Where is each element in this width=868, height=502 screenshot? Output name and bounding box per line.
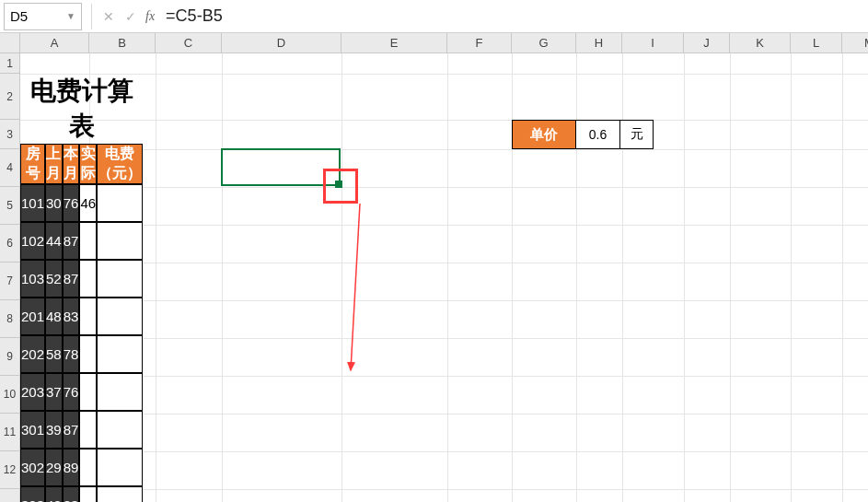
fx-icon[interactable]: fx (145, 9, 155, 24)
price-box: 单价 0.6 元 (512, 120, 654, 149)
formula-bar: D5 ▼ ✕ ✓ fx (0, 0, 868, 33)
name-box-value: D5 (10, 8, 28, 24)
col-header-A[interactable]: A (20, 33, 89, 53)
header-fee: 电费（元） (97, 144, 143, 184)
cell-room[interactable]: 201 (20, 298, 45, 335)
cell-prev[interactable]: 44 (45, 222, 63, 260)
price-label: 单价 (512, 120, 576, 149)
cell-curr[interactable]: 87 (63, 260, 80, 298)
cell-actual[interactable] (79, 449, 97, 486)
gridlines (20, 53, 868, 502)
table-title: 电费计算表 (20, 74, 143, 144)
col-header-M[interactable]: M (842, 33, 868, 53)
price-unit: 元 (620, 120, 654, 149)
row-header-2[interactable]: 2 (0, 74, 20, 120)
cell-fee[interactable] (97, 373, 143, 411)
col-header-F[interactable]: F (447, 33, 512, 53)
col-header-G[interactable]: G (512, 33, 576, 53)
cell-curr[interactable]: 76 (63, 184, 80, 222)
row-header-13[interactable]: 13 (0, 489, 20, 502)
cell-fee[interactable] (97, 411, 143, 449)
price-value: 0.6 (576, 120, 620, 149)
header-prev: 上月 (45, 144, 63, 184)
row-header-1[interactable]: 1 (0, 53, 20, 74)
cell-curr[interactable]: 83 (63, 298, 80, 335)
cell-fee[interactable] (97, 298, 143, 335)
row-header-10[interactable]: 10 (0, 376, 20, 414)
cell-prev[interactable]: 42 (45, 486, 63, 502)
cell-prev[interactable]: 52 (45, 260, 63, 298)
col-header-D[interactable]: D (222, 33, 341, 53)
spreadsheet-grid[interactable]: ABCDEFGHIJKLM 12345678910111213 电费计算表房号上… (0, 33, 868, 502)
cell-room[interactable]: 202 (20, 335, 45, 373)
cell-prev[interactable]: 48 (45, 298, 63, 335)
cell-prev[interactable]: 58 (45, 335, 63, 373)
cell-actual[interactable] (79, 411, 97, 449)
col-header-L[interactable]: L (791, 33, 842, 53)
cell-curr[interactable]: 83 (63, 486, 80, 502)
separator (91, 4, 92, 29)
col-header-K[interactable]: K (730, 33, 791, 53)
chevron-down-icon[interactable]: ▼ (66, 11, 75, 21)
row-header-9[interactable]: 9 (0, 338, 20, 376)
cell-fee[interactable] (97, 260, 143, 298)
cell-room[interactable]: 302 (20, 449, 45, 486)
row-header-11[interactable]: 11 (0, 414, 20, 451)
cell-room[interactable]: 101 (20, 184, 45, 222)
cell-curr[interactable]: 76 (63, 373, 80, 411)
name-box[interactable]: D5 ▼ (4, 3, 82, 30)
formula-input[interactable] (158, 3, 868, 30)
row-header-12[interactable]: 12 (0, 451, 20, 489)
main-table: 电费计算表房号上月本月实际电费（元）1013076461024487103528… (20, 53, 143, 502)
cell-prev[interactable]: 39 (45, 411, 63, 449)
cell-actual[interactable] (79, 335, 97, 373)
cell-fee[interactable] (97, 449, 143, 486)
cell-curr[interactable]: 78 (63, 335, 80, 373)
cell-prev[interactable]: 29 (45, 449, 63, 486)
cell-room[interactable]: 103 (20, 260, 45, 298)
col-header-J[interactable]: J (684, 33, 730, 53)
cell-actual[interactable] (79, 260, 97, 298)
cell-room[interactable]: 303 (20, 486, 45, 502)
row-header-3[interactable]: 3 (0, 120, 20, 149)
cell-room[interactable]: 102 (20, 222, 45, 260)
cell-fee[interactable] (97, 184, 143, 222)
cell-actual[interactable] (79, 373, 97, 411)
cell-fee[interactable] (97, 335, 143, 373)
cell-room[interactable]: 301 (20, 411, 45, 449)
cell-curr[interactable]: 87 (63, 411, 80, 449)
cancel-icon[interactable]: ✕ (98, 6, 120, 28)
cell-prev[interactable]: 37 (45, 373, 63, 411)
col-header-E[interactable]: E (341, 33, 447, 53)
column-headers: ABCDEFGHIJKLM (20, 33, 868, 53)
header-actual: 实际 (79, 144, 97, 184)
row-header-4[interactable]: 4 (0, 149, 20, 187)
header-curr: 本月 (63, 144, 80, 184)
cell-curr[interactable]: 89 (63, 449, 80, 486)
row-headers: 12345678910111213 (0, 53, 20, 502)
col-header-C[interactable]: C (156, 33, 222, 53)
col-header-B[interactable]: B (89, 33, 156, 53)
cell-actual[interactable] (79, 222, 97, 260)
cell-curr[interactable]: 87 (63, 222, 80, 260)
cell-actual[interactable] (79, 486, 97, 502)
col-header-I[interactable]: I (622, 33, 684, 53)
header-room: 房号 (20, 144, 45, 184)
cell-fee[interactable] (97, 486, 143, 502)
row-header-6[interactable]: 6 (0, 225, 20, 263)
row-header-7[interactable]: 7 (0, 263, 20, 300)
select-all-corner[interactable] (0, 33, 20, 53)
cell-fee[interactable] (97, 222, 143, 260)
row-header-5[interactable]: 5 (0, 187, 20, 225)
cell-room[interactable]: 203 (20, 373, 45, 411)
cell-actual[interactable]: 46 (79, 184, 97, 222)
cell-prev[interactable]: 30 (45, 184, 63, 222)
col-header-H[interactable]: H (576, 33, 622, 53)
row-header-8[interactable]: 8 (0, 300, 20, 338)
accept-icon[interactable]: ✓ (120, 6, 142, 28)
cell-actual[interactable] (79, 298, 97, 335)
